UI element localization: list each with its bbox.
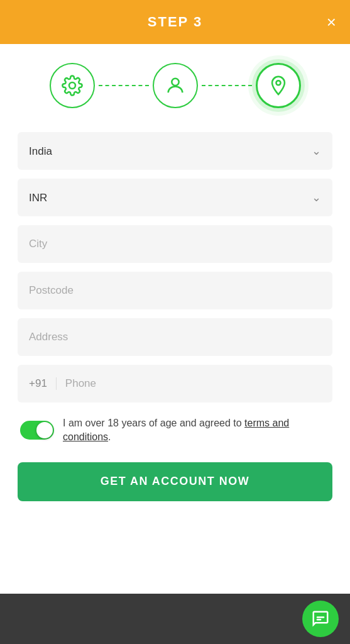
- step-3-circle: [256, 63, 301, 108]
- pin-icon: [268, 75, 289, 96]
- step-line-2: [202, 85, 252, 86]
- consent-row: I am over 18 years of age and agreed to …: [18, 416, 332, 445]
- person-icon: [165, 75, 186, 96]
- chat-icon: [311, 609, 330, 628]
- address-input[interactable]: [18, 318, 332, 356]
- step-1-circle: [50, 63, 95, 108]
- svg-rect-3: [317, 616, 325, 618]
- country-select-wrapper[interactable]: India USA UK Australia ⌄: [18, 132, 332, 170]
- step-line-1: [99, 85, 149, 86]
- phone-prefix: +91: [29, 377, 57, 390]
- get-account-button[interactable]: GET AN ACCOUNT NOW: [18, 462, 332, 501]
- city-input[interactable]: [18, 225, 332, 263]
- postcode-input[interactable]: [18, 272, 332, 309]
- currency-select-wrapper[interactable]: INR USD GBP AUD ⌄: [18, 179, 332, 216]
- country-select[interactable]: India USA UK Australia: [18, 132, 332, 170]
- phone-input[interactable]: [65, 377, 321, 390]
- svg-point-1: [172, 79, 178, 86]
- step-title: STEP 3: [148, 14, 202, 30]
- form-container: India USA UK Australia ⌄ INR USD GBP AUD…: [0, 121, 350, 462]
- header: STEP 3 ×: [0, 0, 350, 44]
- steps-progress: [0, 44, 350, 121]
- gear-icon: [62, 75, 83, 96]
- svg-rect-4: [317, 619, 322, 621]
- phone-wrapper: +91: [18, 365, 332, 402]
- age-consent-toggle[interactable]: [20, 421, 54, 440]
- svg-point-2: [276, 80, 280, 85]
- consent-text-after: .: [108, 431, 111, 442]
- chat-button[interactable]: [302, 601, 339, 637]
- close-button[interactable]: ×: [327, 14, 336, 30]
- consent-text-before: I am over 18 years of age and agreed to: [63, 418, 244, 428]
- footer-bar: [0, 594, 350, 644]
- step-2-circle: [153, 63, 198, 108]
- currency-select[interactable]: INR USD GBP AUD: [18, 179, 332, 216]
- svg-point-0: [69, 82, 75, 89]
- consent-text: I am over 18 years of age and agreed to …: [63, 416, 330, 445]
